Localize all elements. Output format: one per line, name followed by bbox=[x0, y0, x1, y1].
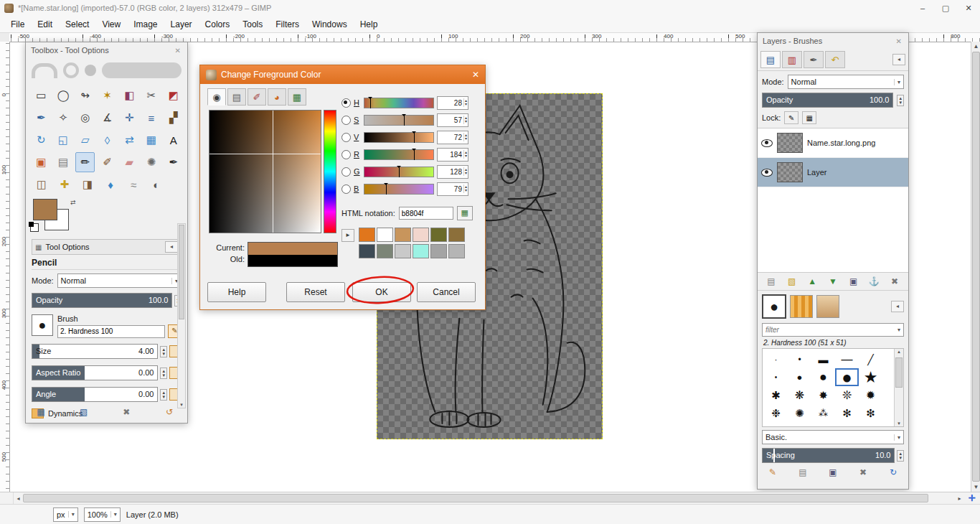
menu-windows[interactable]: Windows bbox=[306, 17, 354, 32]
channel-g-slider[interactable] bbox=[364, 167, 434, 177]
spin-down-icon[interactable]: ▾ bbox=[162, 373, 165, 378]
brush-item[interactable]: ❋ bbox=[788, 386, 811, 404]
gradient-tool[interactable]: ▤ bbox=[54, 152, 73, 172]
paths-tool[interactable]: ✒ bbox=[32, 108, 51, 128]
layers-titlebar[interactable]: Layers - Brushes ✕ bbox=[758, 33, 908, 49]
ok-button[interactable]: OK bbox=[352, 282, 411, 302]
channel-b-slider[interactable] bbox=[364, 184, 434, 195]
paths-tab[interactable]: ✒ bbox=[804, 51, 824, 68]
free-select-tool[interactable]: ↬ bbox=[75, 85, 95, 106]
perspective-clone-tool[interactable]: ◨ bbox=[77, 174, 98, 195]
brush-filter-input[interactable] bbox=[763, 326, 895, 334]
minimize-button[interactable]: – bbox=[911, 0, 934, 16]
spin-arrows[interactable]: ▴▾ bbox=[463, 116, 468, 124]
menu-view[interactable]: View bbox=[95, 17, 127, 32]
save-options-button[interactable]: ▦ bbox=[33, 406, 49, 418]
scroll-left-icon[interactable]: ◂ bbox=[14, 495, 23, 502]
spin-down-icon[interactable]: ▾ bbox=[465, 137, 467, 141]
scale-tool[interactable]: ◱ bbox=[54, 130, 73, 150]
airbrush-tool[interactable]: ✺ bbox=[142, 152, 161, 172]
aspect-ratio-spinner[interactable]: ▴▾ bbox=[160, 368, 167, 379]
html-notation-input[interactable] bbox=[399, 207, 453, 220]
vertical-scrollbar[interactable]: ▲ ▼ bbox=[971, 42, 980, 492]
palette-swatch[interactable] bbox=[413, 244, 429, 258]
scroll-down-icon[interactable]: ▾ bbox=[178, 402, 185, 408]
perspective-tool[interactable]: ◊ bbox=[98, 130, 117, 150]
align-tool[interactable]: ≡ bbox=[142, 108, 161, 128]
palette-swatch[interactable] bbox=[448, 244, 465, 258]
tool-options-header[interactable]: ▦ Tool Options ◂ bbox=[32, 239, 182, 255]
channel-s-spinbox[interactable]: 57▴▾ bbox=[437, 113, 468, 127]
layers-close-button[interactable]: ✕ bbox=[895, 37, 903, 45]
brush-item[interactable]: ● bbox=[788, 368, 811, 386]
move-tool[interactable]: ✛ bbox=[120, 108, 139, 128]
channel-v-slider[interactable] bbox=[364, 132, 434, 143]
print-selector-tab[interactable]: ▤ bbox=[227, 88, 246, 106]
scroll-down-icon[interactable]: ▾ bbox=[895, 421, 903, 426]
toolbox-titlebar[interactable]: Toolbox - Tool Options ✕ bbox=[26, 42, 187, 58]
layer-opacity-spinner[interactable]: ▴▾ bbox=[897, 95, 904, 106]
anchor-layer-button[interactable]: ⚓ bbox=[866, 275, 882, 288]
raise-layer-button[interactable]: ▲ bbox=[804, 275, 820, 288]
help-button[interactable]: Help bbox=[207, 282, 266, 302]
measure-tool[interactable]: ∡ bbox=[98, 108, 117, 128]
brush-item[interactable]: ● bbox=[835, 368, 859, 386]
new-group-button[interactable]: ▧ bbox=[784, 275, 800, 288]
brush-item[interactable]: ⁂ bbox=[811, 404, 835, 422]
color-picker-grid-icon[interactable]: ▦ bbox=[457, 206, 473, 220]
channel-r-slider[interactable] bbox=[364, 149, 434, 160]
vertical-ruler[interactable]: 0100200300400500 bbox=[0, 42, 10, 492]
brush-item[interactable]: ❇ bbox=[859, 404, 882, 422]
spin-down-icon[interactable]: ▾ bbox=[465, 172, 467, 175]
brush-item[interactable]: ╱ bbox=[859, 350, 882, 368]
spacing-spinner[interactable]: ▴▾ bbox=[897, 450, 904, 462]
spacing-slider[interactable]: Spacing 10.0 bbox=[762, 448, 895, 463]
rotate-tool[interactable]: ↻ bbox=[32, 130, 51, 150]
reset-button[interactable]: Reset bbox=[286, 282, 345, 302]
chevron-down-icon[interactable]: ▾ bbox=[895, 327, 903, 333]
palette-swatch[interactable] bbox=[448, 228, 465, 242]
delete-layer-button[interactable]: ✖ bbox=[887, 275, 903, 288]
menu-filters[interactable]: Filters bbox=[269, 17, 306, 32]
pencil-tool[interactable]: ✏ bbox=[75, 152, 95, 172]
spin-arrows[interactable]: ▴▾ bbox=[463, 167, 468, 176]
channel-v-spinbox[interactable]: 72▴▾ bbox=[437, 131, 468, 144]
channel-h-slider[interactable] bbox=[364, 98, 434, 108]
maximize-button[interactable]: ▢ bbox=[934, 0, 957, 16]
delete-options-button[interactable]: ✖ bbox=[118, 406, 134, 418]
palette-menu-button[interactable]: ► bbox=[341, 229, 354, 242]
angle-slider[interactable]: Angle 0.00 bbox=[32, 387, 158, 402]
palette-swatch[interactable] bbox=[430, 228, 447, 242]
wheel-selector-tab[interactable]: ◕ bbox=[268, 88, 286, 106]
spin-down-icon[interactable]: ▾ bbox=[465, 120, 467, 123]
layer-opacity-slider[interactable]: Opacity 100.0 bbox=[762, 93, 893, 108]
spin-arrows[interactable]: ▴▾ bbox=[463, 98, 468, 107]
palette-swatch[interactable] bbox=[430, 244, 447, 258]
bucket-fill-tool[interactable]: ▣ bbox=[32, 152, 51, 172]
text-tool[interactable]: A bbox=[164, 130, 183, 150]
brushes-menu-button[interactable]: ◂ bbox=[891, 301, 904, 312]
lock-alpha-button[interactable]: ▦ bbox=[802, 111, 816, 124]
horizontal-scrollbar[interactable]: ◂ ▸ ✛ bbox=[0, 492, 980, 504]
color-picker-tool[interactable]: ✧ bbox=[54, 108, 73, 128]
palette-swatch[interactable] bbox=[359, 244, 375, 258]
watercolor-selector-tab[interactable]: ✐ bbox=[248, 88, 266, 106]
brush-item[interactable]: ★ bbox=[859, 368, 882, 386]
brush-item[interactable]: • bbox=[764, 368, 788, 386]
cage-transform-tool[interactable]: ▦ bbox=[142, 130, 161, 150]
brush-item[interactable]: ❉ bbox=[764, 404, 788, 422]
brush-category-select[interactable]: Basic. ▾ bbox=[762, 430, 904, 444]
angle-spinner[interactable]: ▴▾ bbox=[160, 389, 167, 401]
layer-mode-select[interactable]: Normal ▾ bbox=[788, 75, 904, 89]
channel-b-radio[interactable] bbox=[341, 184, 351, 194]
channel-s-radio[interactable] bbox=[341, 116, 351, 125]
duplicate-layer-button[interactable]: ▣ bbox=[846, 275, 862, 288]
spin-down-icon[interactable]: ▾ bbox=[465, 103, 467, 106]
eraser-tool[interactable]: ▰ bbox=[120, 152, 139, 172]
select-by-color-tool[interactable]: ◧ bbox=[120, 85, 139, 106]
layers-tab[interactable]: ▤ bbox=[760, 51, 781, 68]
scroll-right-icon[interactable]: ▸ bbox=[955, 495, 964, 502]
brush-item[interactable]: ▬ bbox=[811, 350, 835, 368]
rectangle-select-tool[interactable]: ▭ bbox=[32, 85, 51, 106]
layer-row[interactable]: Layer bbox=[758, 158, 908, 187]
